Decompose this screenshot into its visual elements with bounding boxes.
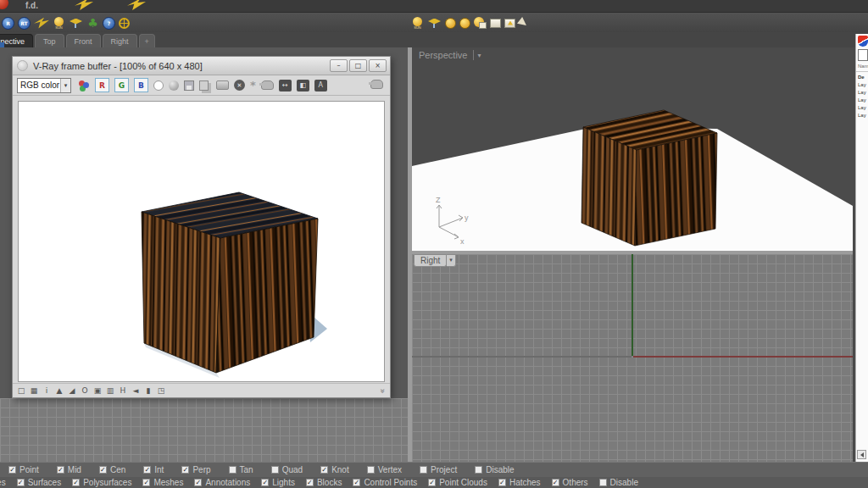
checkbox-icon[interactable]: ✓ (8, 466, 16, 474)
right-viewport-title[interactable]: Right ▾ (414, 254, 456, 267)
sun-light-icon[interactable]: SUN (53, 15, 65, 30)
save-image-button[interactable] (184, 80, 194, 91)
checkbox-icon[interactable] (367, 466, 375, 474)
maximize-button[interactable]: □ (349, 59, 367, 72)
right-viewport-label[interactable]: Right (414, 254, 447, 267)
viewport-menu-arrow-icon[interactable]: ▾ (477, 52, 481, 59)
region-render-button[interactable] (216, 80, 229, 90)
infinite-plane-icon[interactable] (69, 17, 83, 30)
viewport-menu-arrow-icon[interactable]: ▾ (447, 254, 456, 267)
dome-light-icon[interactable] (459, 18, 470, 29)
checkbox-icon[interactable]: ✓ (428, 479, 436, 486)
filter-curves-toggle[interactable]: ✓Curves (0, 478, 6, 487)
histogram-icon[interactable]: ▲ (55, 385, 64, 396)
tab-front[interactable]: Front (66, 34, 101, 47)
spot-light-icon[interactable] (517, 17, 529, 29)
sphere-light-icon[interactable] (445, 18, 456, 29)
checkbox-icon[interactable]: ✓ (142, 479, 150, 486)
filter-others-toggle[interactable]: ✓Others (552, 478, 588, 487)
sun-light-icon[interactable]: SUN (411, 15, 424, 30)
clear-image-button[interactable]: ✕ (234, 80, 245, 91)
filter-disable-toggle[interactable]: Disable (599, 478, 638, 487)
help-icon[interactable]: ? (103, 17, 115, 30)
perspective-viewport-title[interactable]: Perspective ▾ (419, 50, 481, 60)
white-balance-icon[interactable]: O (81, 385, 89, 396)
render-teapot-button[interactable] (370, 80, 383, 89)
vray-frame-buffer-window[interactable]: V-Ray frame buffer - [100% of 640 x 480]… (12, 56, 391, 398)
lut-icon[interactable]: ▥ (106, 385, 114, 396)
lightning-icon[interactable] (75, 0, 93, 10)
checkbox-icon[interactable] (229, 466, 236, 474)
expand-chevron-icon[interactable]: » (377, 388, 387, 393)
osnap-tan-toggle[interactable]: Tan (229, 465, 253, 474)
layer-row[interactable]: Lay (858, 104, 868, 112)
monochromatic-button[interactable] (169, 80, 179, 91)
layer-row[interactable]: Lay (858, 112, 868, 119)
document-icon[interactable] (858, 49, 868, 61)
osnap-point-toggle[interactable]: ✓Point (8, 465, 39, 474)
frame-buffer-titlebar[interactable]: V-Ray frame buffer - [100% of 640 x 480]… (13, 57, 390, 75)
rendered-image-canvas[interactable] (18, 101, 385, 382)
filter-hatches-toggle[interactable]: ✓Hatches (498, 478, 541, 487)
red-channel-button[interactable]: R (95, 78, 109, 92)
vray-render-icon[interactable]: R (2, 17, 14, 30)
mesh-light-icon[interactable] (504, 19, 515, 28)
osnap-quad-toggle[interactable]: Quad (271, 465, 303, 474)
region-icon[interactable]: ◳ (157, 385, 165, 396)
checkbox-icon[interactable]: ✓ (143, 466, 151, 474)
checkbox-icon[interactable]: ✓ (552, 479, 559, 486)
add-viewport-tab[interactable]: + (139, 34, 155, 47)
render-last-button[interactable] (261, 80, 274, 90)
alpha-channel-button[interactable] (153, 80, 164, 91)
checkbox-icon[interactable]: ✓ (99, 466, 107, 474)
checkbox-icon[interactable] (420, 466, 427, 474)
filter-control-points-toggle[interactable]: ✓Control Points (353, 478, 417, 487)
rectangle-light-icon[interactable] (490, 19, 501, 28)
compare-icon[interactable]: ◄ (131, 385, 140, 396)
force-color-clamping-button[interactable]: * (250, 81, 256, 90)
checkbox-icon[interactable]: ✓ (498, 479, 506, 486)
layers-name-column-header[interactable]: Nam (858, 64, 868, 69)
h-channel-icon[interactable]: H (119, 385, 127, 396)
perspective-viewport[interactable]: Z y x Perspective ▾ (412, 47, 853, 251)
layer-row[interactable]: De (858, 74, 868, 81)
checkbox-icon[interactable]: ✓ (57, 466, 64, 474)
tab-top[interactable]: Top (35, 34, 64, 47)
pixel-information-icon[interactable]: ▦ (30, 385, 38, 396)
vray-rt-render-icon[interactable]: RT (18, 17, 31, 30)
osnap-project-toggle[interactable]: Project (420, 465, 457, 474)
filter-lights-toggle[interactable]: ✓Lights (261, 478, 295, 487)
green-channel-button[interactable]: G (114, 78, 129, 92)
channel-select[interactable]: RGB color ▾ (17, 78, 71, 93)
duplicate-to-host-icon[interactable]: □ (17, 385, 25, 396)
checkbox-icon[interactable]: ✓ (17, 479, 25, 486)
blue-channel-button[interactable]: B (134, 78, 148, 92)
checkbox-icon[interactable] (475, 466, 482, 474)
osnap-cen-toggle[interactable]: ✓Cen (99, 465, 125, 474)
duplicate-image-button[interactable] (199, 80, 209, 91)
checkbox-icon[interactable]: ✓ (261, 479, 269, 486)
checkbox-icon[interactable]: ✓ (353, 479, 360, 486)
lightning-icon[interactable] (127, 0, 146, 10)
osnap-disable-toggle[interactable]: Disable (475, 465, 514, 474)
filter-surfaces-toggle[interactable]: ✓Surfaces (17, 478, 61, 487)
osnap-vertex-toggle[interactable]: Vertex (367, 465, 402, 474)
layers-panel[interactable]: Nam DeLayLayLayLayLay (855, 34, 868, 462)
exposure-icon[interactable]: ▣ (93, 385, 102, 396)
compare-ab-button[interactable]: ◧ (297, 80, 309, 92)
tab-perspective[interactable]: Perspective (0, 34, 33, 47)
image-info-icon[interactable]: i (42, 385, 51, 396)
checkbox-icon[interactable]: ✓ (72, 479, 80, 486)
vray-shield-icon[interactable] (858, 36, 868, 47)
filter-polysurfaces-toggle[interactable]: ✓Polysurfaces (72, 478, 131, 487)
ies-light-icon[interactable] (474, 17, 487, 29)
right-ortho-viewport[interactable]: Right ▾ (412, 254, 853, 462)
panel-scroll-left-button[interactable] (857, 450, 866, 459)
stamp-icon[interactable]: ▮ (144, 385, 153, 396)
layer-row[interactable]: Lay (858, 97, 868, 104)
filter-annotations-toggle[interactable]: ✓Annotations (194, 478, 250, 487)
checkbox-icon[interactable]: ✓ (194, 479, 202, 486)
osnap-perp-toggle[interactable]: ✓Perp (181, 465, 210, 474)
tab-right[interactable]: Right (103, 34, 137, 47)
stereo-toggle-button[interactable]: ↔ (279, 80, 292, 92)
